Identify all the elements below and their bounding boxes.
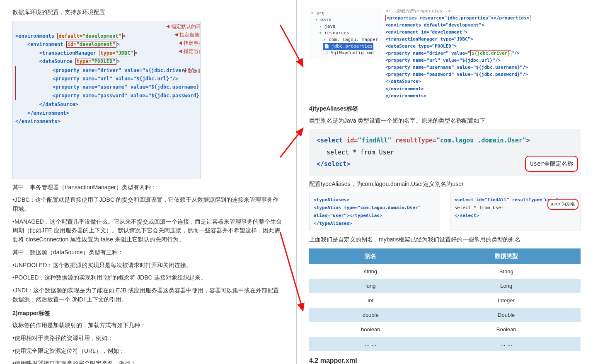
callout-default-env: 指定默认的环境名称 (166, 22, 201, 31)
table-cell: Integer (432, 293, 581, 308)
select-code-block: <select id="findAll" resultType="com.lag… (309, 129, 581, 176)
table-cell: boolean (309, 322, 432, 337)
heading-mapper-xml: 4.2 mapper.xml (309, 357, 581, 364)
table-row: intInteger (309, 293, 581, 308)
typealias-def-code: <typeAliases> <typeAlias type="com.lagou… (309, 193, 440, 231)
callout-current-env: 指定当前环境的名称 (174, 31, 201, 39)
text: 类型别名是为Java 类型设置一个短的名字。原来的类型名称配置如下 (309, 116, 581, 125)
text: •UNPOOLED：这个数据源的实现只是每次被请求时打开和关闭连接。 (12, 261, 284, 270)
text: 配置typeAliases，为com.lagou.domain.User定义别名… (309, 180, 581, 189)
text: •使用相对于类路径的资源引用，例如： (12, 334, 284, 343)
heading-typealiases: 4)typeAliases标签 (309, 105, 581, 113)
properties-figure: src main java resources com. lagou. mapp… (309, 7, 581, 99)
table-row: … …… … (309, 337, 581, 351)
text: •JNDI：这个数据源的实现是为了能在如 EJB 或应用服务器这类容器中使用，容… (12, 286, 284, 304)
table-cell: … … (309, 337, 432, 351)
heading-mapper: 2)mapper标签 (12, 310, 284, 317)
table-cell: Double (432, 308, 581, 322)
intro-text: 数据库环境的配置，支持多环境配置 (12, 8, 284, 17)
text: •MANAGED：这个配置几乎没做什么。它从来不提交或回滚一个连接，而是让容器来… (12, 217, 284, 244)
text: •使用完全限定资源定位符（URL），例如： (12, 347, 284, 356)
table-row: doubleDouble (309, 308, 581, 322)
text: 上面我们是自定义的别名，mybatis框架已经为我们设置好的一些常用的类型的别名 (309, 235, 581, 244)
selected-file[interactable]: jdbc.properties (323, 43, 373, 50)
text: •使用映射器接口实现类的完全限定类名，例如： (12, 359, 284, 364)
th-type: 数据类型 (432, 248, 581, 264)
project-tree: src main java resources com. lagou. mapp… (309, 7, 383, 59)
callout-ds-params: 数据源配置的基本参数 (183, 67, 201, 75)
right-column: src main java resources com. lagou. mapp… (297, 0, 593, 364)
text: •JDBC：这个配置就是直接使用了JDBC 的提交和回滚设置，它依赖于从数据源得… (12, 195, 284, 213)
table-cell: double (309, 308, 432, 322)
callout-tx-type: 指定事务管理类型是JDBC (179, 39, 201, 47)
th-alias: 别名 (309, 248, 432, 264)
text: 其中，事务管理器（transactionManager）类型有两种： (12, 183, 284, 192)
typealias-two-blocks: <typeAliases> <typeAlias type="com.lagou… (309, 193, 581, 231)
table-cell: string (309, 264, 432, 279)
table-cell: long (309, 279, 432, 293)
note-user-alias: user为别名 (547, 199, 579, 210)
table-cell: … … (432, 337, 581, 351)
alias-table: 别名 数据类型 stringStringlongLongintIntegerdo… (309, 248, 581, 351)
left-column: 数据库环境的配置，支持多环境配置 <environments default="… (0, 0, 297, 364)
environments-code-block: <environments default="development"> <en… (12, 21, 201, 179)
text: 其中，数据源（dataSource）类型有三种： (12, 248, 284, 257)
table-row: booleanBoolean (309, 322, 581, 337)
note-user-fqn: User全限定名称 (525, 156, 578, 172)
table-cell: Long (432, 279, 581, 293)
table-cell: int (309, 293, 432, 308)
callout-ds-type: 指定当前数据源类型是连接池 (179, 47, 201, 55)
table-cell: String (432, 264, 581, 279)
table-cell: Boolean (432, 322, 581, 337)
text: 该标签的作用是加载映射的，加载方式有如下几种： (12, 321, 284, 330)
typealias-use-code: <select id="findAll" resultType="user"> … (450, 193, 581, 231)
table-row: longLong (309, 279, 581, 293)
text: •POOLED：这种数据源的实现利用"池"的概念将 JDBC 连接对象组织起来。 (12, 273, 284, 282)
table-row: stringString (309, 264, 581, 279)
properties-code: <!--加载外部properties--> <properties resour… (385, 7, 581, 99)
